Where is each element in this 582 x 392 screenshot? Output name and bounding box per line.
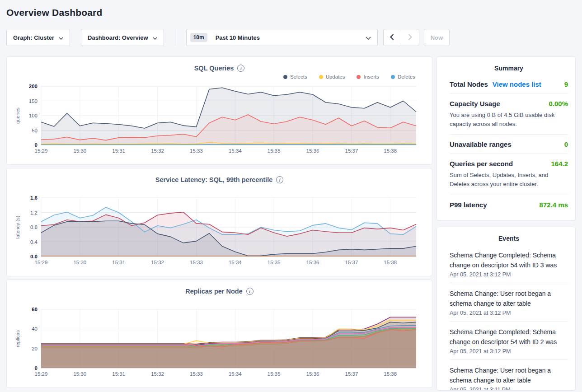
summary-row: Unavailable ranges0: [450, 135, 568, 154]
summary-value: 164.2: [551, 160, 568, 168]
legend-label: Updates: [326, 74, 345, 79]
chart-card-sql-queries: SQL Queries i SelectsUpdatesInsertsDelet…: [6, 56, 432, 165]
summary-row: Total NodesView nodes list9: [450, 75, 568, 94]
legend-label: Selects: [290, 74, 307, 79]
svg-text:0.8: 0.8: [30, 224, 38, 230]
svg-text:15:29: 15:29: [35, 260, 48, 265]
svg-text:15:37: 15:37: [345, 148, 358, 154]
chart-title-row: SQL Queries i: [12, 65, 427, 72]
summary-row: Capacity Usage0.00%You are using 0 B of …: [450, 94, 568, 135]
svg-text:15:35: 15:35: [268, 148, 281, 154]
summary-value: 0.00%: [549, 100, 568, 107]
chevron-right-icon: [408, 34, 412, 42]
replicas-per-node-chart[interactable]: 020406015:2915:3015:3115:3215:3315:3415:…: [12, 305, 427, 381]
legend-item-inserts[interactable]: Inserts: [357, 74, 379, 79]
event-timestamp: Apr 05, 2021 at 3:12 PM: [450, 310, 568, 316]
event-timestamp: Apr 05, 2021 at 3:12 PM: [450, 271, 568, 278]
svg-text:15:34: 15:34: [229, 148, 242, 154]
chart-card-replicas-per-node: Replicas per Node i 020406015:2915:3015:…: [6, 280, 432, 388]
summary-description: Sum of Selects, Updates, Inserts, and De…: [450, 171, 568, 189]
svg-text:latency (s): latency (s): [15, 216, 20, 239]
time-range-dropdown[interactable]: 10m Past 10 Minutes: [186, 29, 378, 46]
svg-text:15:29: 15:29: [35, 371, 48, 377]
svg-text:15:33: 15:33: [190, 148, 203, 154]
chevron-down-icon: [59, 34, 63, 41]
svg-text:1.2: 1.2: [30, 210, 38, 215]
toolbar-divider: [175, 29, 175, 46]
chart-title: Service Latency: SQL, 99th percentile: [155, 176, 273, 183]
svg-text:40: 40: [32, 326, 38, 331]
sql-queries-chart[interactable]: 05010015020015:2915:3015:3115:3215:3315:…: [12, 82, 427, 158]
svg-text:15:38: 15:38: [384, 260, 397, 265]
svg-text:15:37: 15:37: [345, 260, 358, 265]
events-panel: Events Schema Change Completed: Schema c…: [436, 227, 576, 391]
legend-dot-icon: [391, 75, 395, 79]
summary-label: P99 latency: [450, 201, 487, 209]
svg-text:1.6: 1.6: [30, 195, 38, 201]
chart-title: Replicas per Node: [185, 288, 243, 295]
info-icon[interactable]: i: [276, 176, 283, 183]
svg-text:15:31: 15:31: [112, 371, 125, 377]
svg-text:15:35: 15:35: [268, 371, 281, 377]
svg-text:15:32: 15:32: [151, 148, 164, 154]
now-button[interactable]: Now: [424, 29, 450, 46]
overview-dashboard-page: Overview Dashboard Graph: Cluster Dashbo…: [0, 0, 582, 391]
svg-text:15:35: 15:35: [268, 260, 281, 265]
dashboard-dropdown-label: Dashboard: Overview: [88, 34, 148, 41]
summary-title: Summary: [450, 57, 568, 75]
event-item: Schema Change: User root began a schema …: [450, 283, 568, 322]
legend-item-selects[interactable]: Selects: [283, 74, 307, 79]
summary-panel: Summary Total NodesView nodes list9Capac…: [436, 56, 576, 221]
svg-text:0: 0: [35, 365, 38, 371]
summary-row: P99 latency872.4 ms: [450, 195, 568, 214]
graph-dropdown[interactable]: Graph: Cluster: [6, 29, 70, 46]
time-prev-button[interactable]: [383, 29, 401, 46]
page-title: Overview Dashboard: [6, 0, 576, 18]
charts-column: SQL Queries i SelectsUpdatesInsertsDelet…: [6, 56, 432, 388]
svg-text:100: 100: [29, 113, 38, 118]
chevron-down-icon: [366, 34, 371, 41]
svg-text:15:36: 15:36: [306, 371, 319, 377]
toolbar: Graph: Cluster Dashboard: Overview 10m P…: [6, 29, 576, 46]
chevron-down-icon: [153, 34, 157, 41]
summary-label: Capacity Usage: [450, 100, 500, 107]
svg-text:15:38: 15:38: [384, 371, 397, 377]
svg-text:15:33: 15:33: [190, 371, 203, 377]
service-latency-chart[interactable]: 0.00.40.81.21.615:2915:3015:3115:3215:33…: [12, 193, 427, 269]
svg-text:15:32: 15:32: [151, 260, 164, 265]
svg-text:150: 150: [29, 98, 38, 104]
svg-text:50: 50: [32, 128, 38, 133]
main-content: SQL Queries i SelectsUpdatesInsertsDelet…: [6, 56, 576, 391]
event-item: Schema Change Completed: Schema change o…: [450, 322, 568, 360]
svg-text:15:34: 15:34: [229, 260, 242, 265]
summary-label: Queries per second: [450, 160, 513, 168]
summary-label: Unavailable ranges: [450, 140, 512, 148]
info-icon[interactable]: i: [237, 65, 244, 72]
summary-rows: Total NodesView nodes list9Capacity Usag…: [450, 75, 568, 214]
svg-text:60: 60: [32, 307, 38, 312]
legend-label: Inserts: [363, 74, 379, 79]
chart-legend: SelectsUpdatesInsertsDeletes: [12, 72, 427, 82]
chevron-left-icon: [390, 34, 394, 42]
chart-title: SQL Queries: [194, 65, 234, 72]
event-text: Schema Change: User root began a schema …: [450, 365, 568, 385]
svg-text:queries: queries: [15, 107, 20, 124]
summary-description: You are using 0 B of 4.5 GiB usable disk…: [450, 111, 568, 129]
sidebar-column: Summary Total NodesView nodes list9Capac…: [436, 56, 576, 391]
svg-text:15:31: 15:31: [112, 260, 125, 265]
event-item: Schema Change: User root began a schema …: [450, 360, 568, 391]
summary-value: 0: [564, 140, 568, 148]
svg-text:15:30: 15:30: [73, 371, 86, 377]
events-list: Schema Change Completed: Schema change o…: [450, 245, 568, 391]
time-next-button[interactable]: [401, 29, 419, 46]
legend-item-updates[interactable]: Updates: [319, 74, 345, 79]
legend-item-deletes[interactable]: Deletes: [391, 74, 415, 79]
svg-text:15:38: 15:38: [384, 148, 397, 154]
svg-text:15:29: 15:29: [35, 148, 48, 154]
chart-card-service-latency: Service Latency: SQL, 99th percentile i …: [6, 168, 432, 276]
view-nodes-list-link[interactable]: View nodes list: [493, 80, 541, 88]
info-icon[interactable]: i: [246, 288, 253, 295]
event-timestamp: Apr 05, 2021 at 3:12 PM: [450, 348, 568, 355]
svg-text:15:36: 15:36: [306, 260, 319, 265]
dashboard-dropdown[interactable]: Dashboard: Overview: [81, 29, 164, 46]
